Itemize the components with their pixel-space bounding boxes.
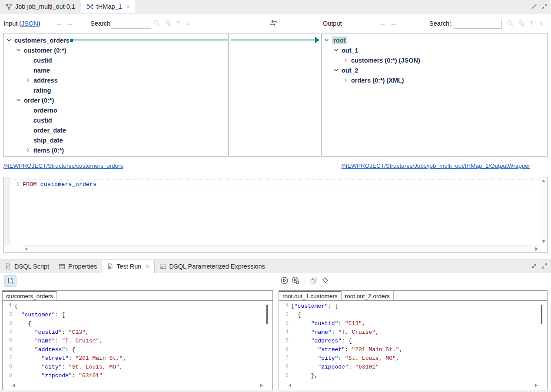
test-output-document[interactable]: 1{"customer": [2 {3 "custid": "C13",4 "n… — [279, 301, 547, 390]
swap-input-output-icon[interactable] — [269, 19, 278, 27]
scroll-right-icon[interactable] — [535, 384, 538, 387]
tree-node-root[interactable]: root — [322, 35, 547, 45]
tab-root-out-1-customers[interactable]: root.out_1.customers — [279, 291, 342, 300]
back-arrow-icon[interactable]: ← — [56, 20, 63, 27]
scroll-left-icon[interactable] — [25, 247, 27, 251]
code-line: 2 { — [279, 312, 547, 320]
input-format-link[interactable]: JSON — [21, 20, 38, 27]
previous-match-icon[interactable] — [528, 20, 534, 27]
tree-node-rating[interactable]: rating — [4, 85, 228, 95]
horizontal-scrollbar[interactable] — [12, 382, 263, 389]
tree-node-out-2[interactable]: out_2 — [322, 65, 547, 75]
output-structure-link[interactable]: /NEWPROJECT/Structures/Jobs/job_multi_ou… — [342, 163, 530, 169]
vertical-scrollbar-thumb[interactable] — [541, 305, 542, 324]
job-icon — [6, 3, 12, 10]
close-icon[interactable]: × — [126, 3, 130, 10]
clear-search-icon[interactable] — [164, 20, 171, 27]
input-structure-link[interactable]: /NEWPROJECT/Structures/customers_orders — [3, 163, 123, 169]
tab-dsql-parameterized-expressions[interactable]: x=DSQL Parameterized Expressions — [155, 260, 270, 273]
window-controls — [531, 263, 548, 269]
tree-node-out-1[interactable]: out_1 — [322, 45, 547, 55]
chevron-right-icon[interactable] — [26, 78, 30, 83]
tree-node-items-0[interactable]: items (0:*) — [4, 145, 228, 155]
vertical-scrollbar-thumb[interactable] — [266, 305, 268, 324]
new-test-data-button[interactable] — [4, 275, 17, 287]
tree-node-name[interactable]: name — [4, 65, 228, 75]
chevron-right-icon[interactable] — [343, 78, 348, 83]
input-search-tools — [153, 20, 191, 27]
view-tabbar: DSQL ScriptPropertiesTest Run×x=DSQL Par… — [0, 259, 551, 273]
tree-node-order-date[interactable]: order_date — [4, 125, 228, 135]
mapping-line[interactable] — [231, 40, 315, 40]
dsql-script-editor[interactable]: 1FROM customers_orders — [3, 177, 548, 253]
code-text: "street": "201 Main St.", — [291, 346, 402, 355]
search-icon[interactable] — [507, 20, 514, 27]
chevron-down-icon[interactable] — [334, 68, 339, 73]
tree-node-custid[interactable]: custid — [4, 115, 228, 125]
forward-arrow-icon[interactable]: → — [390, 20, 397, 27]
tab-label: DSQL Script — [14, 263, 49, 270]
previous-match-icon[interactable] — [175, 20, 181, 27]
code-text: "zipcode": "63101" — [291, 364, 379, 372]
run-icon[interactable] — [280, 276, 289, 285]
tree-node-ship-date[interactable]: ship_date — [4, 135, 228, 145]
chevron-down-icon[interactable] — [7, 38, 11, 43]
clear-results-icon[interactable] — [321, 276, 329, 285]
input-panel-title: Input (JSON) — [3, 20, 40, 27]
back-arrow-icon[interactable]: ← — [379, 20, 386, 27]
tab-job-job-multi-out-0-1[interactable]: Job job_multi_out 0.1 — [0, 0, 81, 13]
run-to-file-icon[interactable] — [292, 276, 300, 285]
scroll-right-icon[interactable] — [260, 384, 263, 387]
scroll-down-icon[interactable] — [542, 240, 545, 243]
tab-test-run[interactable]: Test Run× — [102, 260, 154, 273]
tree-node-orderno[interactable]: orderno — [4, 105, 228, 115]
clear-search-icon[interactable] — [518, 20, 524, 27]
duplicate-view-icon[interactable] — [309, 276, 318, 285]
chevron-right-icon[interactable] — [343, 58, 348, 63]
tab-thmap-1[interactable]: tHMap_1× — [81, 0, 136, 13]
tree-node-customer-0[interactable]: customer (0:*) — [4, 45, 228, 55]
chevron-right-icon[interactable] — [26, 148, 30, 153]
maximize-icon[interactable] — [541, 3, 548, 10]
tree-node-order-0[interactable]: order (0:*) — [4, 95, 228, 105]
window-edge — [0, 390, 551, 392]
vertical-scrollbar[interactable] — [540, 177, 547, 245]
run-tools-group — [280, 276, 329, 285]
search-icon[interactable] — [153, 20, 160, 27]
restore-icon[interactable] — [531, 3, 537, 10]
code-text: { — [291, 312, 301, 320]
chevron-down-icon[interactable] — [16, 98, 21, 103]
tab-properties[interactable]: Properties — [54, 260, 102, 273]
tree-node-label: root — [332, 37, 347, 44]
tree-node-orders-0-xml[interactable]: orders (0:*) (XML) — [322, 75, 547, 85]
scroll-left-icon[interactable] — [12, 384, 15, 387]
next-match-icon[interactable] — [185, 20, 191, 27]
code-line: 5 "name": "T. Cruise", — [3, 338, 272, 346]
chevron-down-icon[interactable] — [324, 38, 329, 43]
tab-dsql-script[interactable]: DSQL Script — [0, 260, 54, 273]
forward-arrow-icon[interactable]: → — [66, 20, 73, 27]
scroll-right-icon[interactable] — [535, 247, 538, 251]
maximize-icon[interactable] — [541, 263, 548, 269]
line-number: 4 — [3, 329, 14, 338]
restore-icon[interactable] — [531, 263, 537, 269]
close-icon[interactable]: × — [146, 263, 149, 270]
scroll-left-icon[interactable] — [289, 384, 291, 387]
input-search-input[interactable] — [111, 19, 151, 29]
output-search-input[interactable] — [454, 19, 502, 29]
tree-node-customers-0-json[interactable]: customers (0:*) (JSON) — [322, 55, 547, 65]
tree-node-custid[interactable]: custid — [4, 55, 228, 65]
next-match-icon[interactable] — [538, 20, 544, 27]
chevron-down-icon[interactable] — [16, 48, 21, 53]
code-text: "zipcode": "63101" — [14, 372, 103, 381]
tree-node-customers-orders[interactable]: customers_orders — [4, 35, 228, 45]
tab-root-out-2-orders[interactable]: root.out_2.orders — [342, 291, 394, 300]
tree-node-address[interactable]: address — [4, 75, 228, 85]
code-line: 9 }, — [279, 372, 547, 381]
chevron-down-icon[interactable] — [334, 48, 339, 53]
tab-customers-orders[interactable]: customers_orders — [3, 291, 57, 300]
horizontal-scrollbar[interactable] — [23, 245, 540, 252]
test-input-document[interactable]: 1{2 "customer": [3 {4 "custid": "C13",5 … — [3, 301, 272, 390]
scroll-up-icon[interactable] — [542, 179, 545, 182]
horizontal-scrollbar[interactable] — [289, 382, 538, 389]
